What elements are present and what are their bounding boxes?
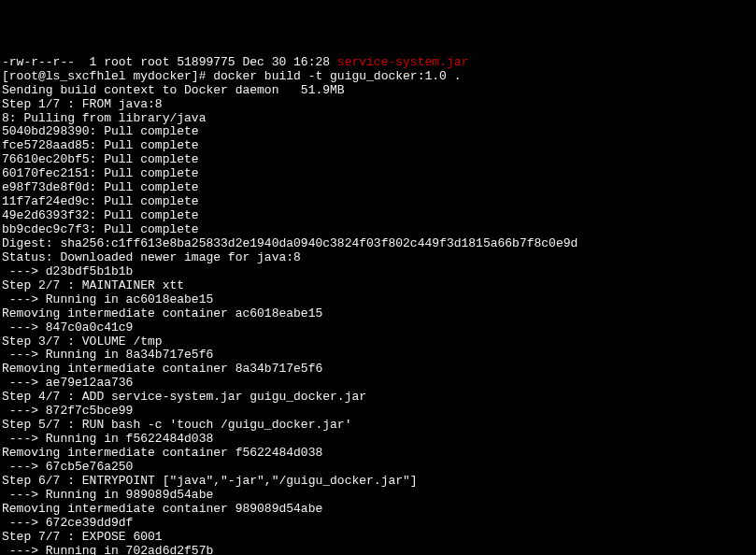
terminal-text-segment: 8: Pulling from library/java	[2, 111, 206, 125]
terminal-line: Removing intermediate container ac6018ea…	[2, 307, 754, 321]
terminal-line: ---> Running in 989089d54abe	[2, 489, 754, 503]
terminal-text-segment: Step 2/7 : MAINTAINER xtt	[2, 278, 184, 292]
terminal-line: bb9cdec9c7f3: Pull complete	[2, 223, 754, 237]
terminal-text-segment: 5040bd298390: Pull complete	[2, 124, 199, 138]
terminal-text-segment: ---> Running in f5622484d038	[2, 432, 213, 446]
terminal-line: 8: Pulling from library/java	[2, 112, 754, 126]
terminal-text-segment: e98f73de8f0d: Pull complete	[2, 180, 199, 194]
terminal-line: Removing intermediate container 8a34b717…	[2, 363, 754, 377]
terminal-text-segment: Step 7/7 : EXPOSE 6001	[2, 530, 163, 544]
terminal-line: ---> Running in f5622484d038	[2, 433, 754, 447]
terminal-line: Digest: sha256:c1ff613e8ba25833d2e1940da…	[2, 237, 754, 251]
terminal-text-segment: bb9cdec9c7f3: Pull complete	[2, 222, 199, 236]
terminal-text-segment: ---> 872f7c5bce99	[2, 404, 133, 418]
terminal-line: 60170fec2151: Pull complete	[2, 167, 754, 181]
terminal-line: Step 3/7 : VOLUME /tmp	[2, 335, 754, 349]
terminal-output: -rw-r--r-- 1 root root 51899775 Dec 30 1…	[0, 56, 756, 555]
terminal-text-segment: fce5728aad85: Pull complete	[2, 138, 199, 152]
terminal-line: Step 7/7 : EXPOSE 6001	[2, 531, 754, 545]
terminal-text-segment: ---> ae79e12aa736	[2, 376, 133, 390]
terminal-line: ---> Running in ac6018eabe15	[2, 293, 754, 307]
terminal-line: Removing intermediate container f5622484…	[2, 447, 754, 461]
terminal-text-segment: ---> 672ce39dd9df	[2, 516, 133, 530]
terminal-line: 49e2d6393f32: Pull complete	[2, 209, 754, 223]
terminal-line: Status: Downloaded newer image for java:…	[2, 251, 754, 265]
terminal-text-segment: Step 5/7 : RUN bash -c 'touch /guigu_doc…	[2, 418, 351, 432]
terminal-text-segment: Step 3/7 : VOLUME /tmp	[2, 334, 163, 349]
terminal-text-segment: ---> Running in 8a34b717e5f6	[2, 348, 213, 362]
terminal-line: ---> ae79e12aa736	[2, 377, 754, 391]
terminal-line: Step 5/7 : RUN bash -c 'touch /guigu_doc…	[2, 419, 754, 433]
terminal-text-segment: 60170fec2151: Pull complete	[2, 166, 199, 180]
terminal-text-segment: 49e2d6393f32: Pull complete	[2, 208, 199, 222]
terminal-line: ---> 872f7c5bce99	[2, 405, 754, 419]
terminal-line: Sending build context to Docker daemon 5…	[2, 84, 754, 98]
terminal-text-segment: Status: Downloaded newer image for java:…	[2, 250, 301, 264]
terminal-text-segment: Removing intermediate container 989089d5…	[2, 502, 322, 516]
terminal-line: Step 6/7 : ENTRYPOINT ["java","-jar","/g…	[2, 475, 754, 489]
terminal-line: 76610ec20bf5: Pull complete	[2, 153, 754, 167]
terminal-text-segment: [root@ls_sxcfhlel mydocker]# docker buil…	[2, 69, 461, 83]
terminal-line: -rw-r--r-- 1 root root 51899775 Dec 30 1…	[2, 56, 754, 70]
terminal-text-segment: 76610ec20bf5: Pull complete	[2, 152, 199, 166]
terminal-text-segment: Sending build context to Docker daemon 5…	[2, 83, 345, 97]
terminal-line: ---> 67cb5e76a250	[2, 461, 754, 475]
terminal-line: Step 1/7 : FROM java:8	[2, 98, 754, 112]
terminal-line: Step 4/7 : ADD service-system.jar guigu_…	[2, 391, 754, 405]
terminal-text-segment: -rw-r--r-- 1 root root 51899775 Dec 30 1…	[2, 55, 337, 69]
terminal-text-segment: ---> 67cb5e76a250	[2, 460, 133, 474]
terminal-line: e98f73de8f0d: Pull complete	[2, 181, 754, 195]
terminal-text-segment: Removing intermediate container f5622484…	[2, 446, 322, 460]
terminal-text-segment: service-system.jar	[337, 55, 468, 69]
terminal-text-segment: ---> 847c0a0c41c9	[2, 320, 133, 334]
terminal-text-segment: Removing intermediate container 8a34b717…	[2, 362, 322, 376]
terminal-text-segment: ---> Running in 702ad6d2f57b	[2, 544, 213, 555]
terminal-line: Removing intermediate container 989089d5…	[2, 503, 754, 517]
terminal-line: ---> d23bdf5b1b1b	[2, 265, 754, 279]
terminal-line: ---> Running in 8a34b717e5f6	[2, 349, 754, 363]
terminal-line: ---> 847c0a0c41c9	[2, 321, 754, 335]
terminal-text-segment: ---> d23bdf5b1b1b	[2, 264, 133, 278]
terminal-line: fce5728aad85: Pull complete	[2, 139, 754, 153]
terminal-text-segment: 11f7af24ed9c: Pull complete	[2, 194, 199, 208]
terminal-text-segment: Step 6/7 : ENTRYPOINT ["java","-jar","/g…	[2, 474, 418, 488]
terminal-line: ---> 672ce39dd9df	[2, 517, 754, 531]
terminal-line: 11f7af24ed9c: Pull complete	[2, 195, 754, 209]
terminal-text-segment: ---> Running in 989089d54abe	[2, 488, 213, 502]
terminal-text-segment: Removing intermediate container ac6018ea…	[2, 306, 322, 320]
terminal-line: 5040bd298390: Pull complete	[2, 125, 754, 139]
terminal-text-segment: Step 1/7 : FROM java:8	[2, 97, 163, 111]
terminal-text-segment: Step 4/7 : ADD service-system.jar guigu_…	[2, 390, 366, 404]
terminal-line: Step 2/7 : MAINTAINER xtt	[2, 279, 754, 293]
terminal-text-segment: Digest: sha256:c1ff613e8ba25833d2e1940da…	[2, 236, 578, 250]
terminal-text-segment: ---> Running in ac6018eabe15	[2, 292, 213, 306]
terminal-line: [root@ls_sxcfhlel mydocker]# docker buil…	[2, 70, 754, 84]
terminal-line: ---> Running in 702ad6d2f57b	[2, 545, 754, 555]
